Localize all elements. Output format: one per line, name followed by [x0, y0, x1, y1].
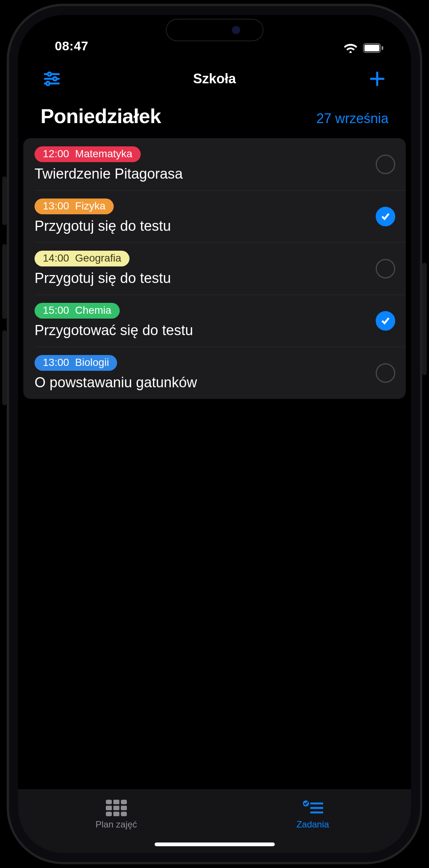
- sliders-icon: [42, 69, 61, 88]
- device-frame: 08:47 Szkoła: [7, 4, 422, 864]
- task-body: 13:00FizykaPrzygotuj się do testu: [35, 199, 368, 234]
- check-icon: [380, 211, 391, 222]
- badge-subject: Biologii: [75, 357, 109, 369]
- status-icons: [343, 43, 384, 53]
- task-title: Przygotuj się do testu: [35, 270, 368, 286]
- wifi-icon: [343, 43, 358, 53]
- badge-time: 12:00: [43, 148, 69, 160]
- task-body: 14:00GeografiaPrzygotuj się do testu: [35, 251, 368, 286]
- power-button: [422, 263, 427, 375]
- task-title: Przygotuj się do testu: [35, 218, 368, 234]
- task-checkbox[interactable]: [376, 155, 395, 174]
- svg-rect-15: [113, 806, 119, 810]
- tab-label: Zadania: [297, 819, 329, 830]
- svg-rect-11: [106, 800, 112, 804]
- battery-icon: [363, 43, 384, 53]
- svg-rect-16: [121, 806, 127, 810]
- task-row[interactable]: 13:00FizykaPrzygotuj się do testu: [23, 190, 406, 242]
- task-title: Przygotować się do testu: [35, 322, 368, 338]
- plus-icon: [368, 69, 387, 88]
- task-row[interactable]: 12:00MatematykaTwierdzenie Pitagorasa: [23, 138, 406, 190]
- screen: 08:47 Szkoła: [18, 15, 411, 853]
- day-title: Poniedziałek: [41, 104, 161, 128]
- task-row[interactable]: 13:00BiologiiO powstawaniu gatunków: [23, 347, 406, 399]
- grid-icon: [106, 800, 127, 816]
- svg-rect-19: [121, 812, 127, 816]
- svg-rect-18: [113, 812, 119, 816]
- svg-point-6: [53, 77, 57, 80]
- tab-label: Plan zajęć: [95, 819, 137, 830]
- tab-tasks[interactable]: Zadania: [215, 789, 411, 840]
- tab-schedule[interactable]: Plan zajęć: [18, 789, 215, 840]
- badge-subject: Matematyka: [75, 148, 132, 160]
- dynamic-island: [166, 19, 263, 41]
- badge-time: 13:00: [43, 200, 69, 212]
- header-row: Poniedziałek 27 września: [18, 101, 411, 138]
- home-indicator[interactable]: [155, 842, 275, 846]
- checklist-icon: [302, 800, 323, 816]
- date-link[interactable]: 27 września: [316, 111, 388, 126]
- svg-rect-1: [364, 45, 379, 51]
- nav-title: Szkoła: [193, 71, 236, 87]
- svg-rect-13: [121, 800, 127, 804]
- task-body: 12:00MatematykaTwierdzenie Pitagorasa: [35, 146, 368, 182]
- badge-subject: Fizyka: [75, 200, 105, 212]
- badge-subject: Chemia: [75, 304, 111, 316]
- status-time: 08:47: [55, 39, 88, 53]
- task-row[interactable]: 14:00GeografiaPrzygotuj się do testu: [23, 242, 406, 295]
- volume-down-button: [2, 330, 7, 405]
- svg-point-4: [48, 72, 51, 76]
- side-button: [2, 176, 7, 225]
- subject-badge: 14:00Geografia: [35, 251, 129, 266]
- badge-subject: Geografia: [75, 252, 121, 264]
- add-button[interactable]: [366, 68, 388, 90]
- task-checkbox[interactable]: [376, 363, 395, 383]
- task-checkbox[interactable]: [376, 259, 395, 278]
- volume-up-button: [2, 244, 7, 319]
- badge-time: 14:00: [43, 252, 69, 264]
- subject-badge: 13:00Fizyka: [35, 199, 114, 214]
- task-title: Twierdzenie Pitagorasa: [35, 166, 368, 182]
- task-body: 15:00ChemiaPrzygotować się do testu: [35, 303, 368, 338]
- check-icon: [380, 315, 391, 326]
- subject-badge: 13:00Biologii: [35, 355, 117, 371]
- nav-bar: Szkoła: [18, 56, 411, 101]
- task-title: O powstawaniu gatunków: [35, 375, 368, 391]
- task-body: 13:00BiologiiO powstawaniu gatunków: [35, 355, 368, 391]
- badge-time: 15:00: [43, 304, 69, 316]
- task-list: 12:00MatematykaTwierdzenie Pitagorasa13:…: [23, 138, 406, 399]
- badge-time: 13:00: [43, 357, 69, 369]
- svg-rect-17: [106, 812, 112, 816]
- task-row[interactable]: 15:00ChemiaPrzygotować się do testu: [23, 295, 406, 347]
- svg-rect-12: [113, 800, 119, 804]
- svg-rect-14: [106, 806, 112, 810]
- task-checkbox[interactable]: [376, 311, 395, 331]
- svg-rect-2: [382, 46, 383, 50]
- subject-badge: 12:00Matematyka: [35, 146, 141, 162]
- svg-point-8: [46, 82, 50, 85]
- filter-button[interactable]: [41, 68, 63, 90]
- task-checkbox[interactable]: [376, 207, 395, 226]
- subject-badge: 15:00Chemia: [35, 303, 120, 319]
